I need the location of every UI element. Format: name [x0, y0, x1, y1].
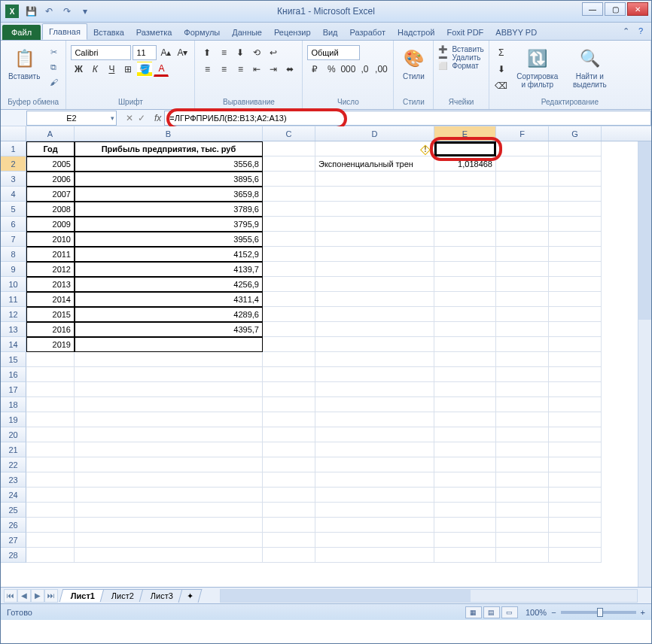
cell-B10[interactable]: 4256,9 — [75, 277, 263, 292]
cell-C15[interactable] — [263, 352, 315, 367]
scrollbar-thumb[interactable] — [638, 141, 651, 320]
cell-C13[interactable] — [263, 322, 315, 337]
cell-F13[interactable] — [496, 322, 549, 337]
merge-button[interactable]: ⬌ — [282, 62, 297, 77]
cell-B12[interactable]: 4289,6 — [75, 307, 263, 322]
tab-home[interactable]: Главная — [42, 23, 87, 40]
format-painter-button[interactable]: 🖌 — [46, 75, 61, 89]
align-bottom-button[interactable]: ⬇ — [233, 45, 248, 60]
cell-D4[interactable] — [315, 187, 434, 202]
wrap-text-button[interactable]: ↩ — [266, 45, 281, 60]
cell-A6[interactable]: 2009 — [26, 217, 75, 232]
cell-B23[interactable] — [75, 472, 263, 488]
cell-C12[interactable] — [263, 307, 315, 322]
view-page-break-button[interactable]: ▭ — [501, 606, 518, 618]
row-header[interactable]: 21 — [1, 442, 26, 457]
cell-F17[interactable] — [496, 382, 549, 397]
cell-C5[interactable] — [263, 202, 315, 217]
cell-D1[interactable] — [315, 141, 434, 156]
cell-D15[interactable] — [315, 352, 434, 367]
cell-E9[interactable] — [434, 262, 496, 277]
cell-D26[interactable] — [315, 518, 434, 533]
cell-G15[interactable] — [549, 352, 602, 367]
cell-C24[interactable] — [263, 488, 315, 503]
cell-E4[interactable] — [434, 187, 496, 202]
cell-A12[interactable]: 2015 — [26, 307, 75, 322]
cell-F26[interactable] — [496, 518, 549, 533]
align-center-button[interactable]: ≡ — [216, 62, 231, 77]
cell-B19[interactable] — [75, 412, 263, 427]
cell-C8[interactable] — [263, 247, 315, 262]
cell-G21[interactable] — [549, 442, 602, 457]
row-header[interactable]: 14 — [1, 337, 26, 352]
cell-E18[interactable] — [434, 397, 496, 412]
fx-icon[interactable]: fx — [151, 113, 164, 123]
col-header-B[interactable]: B — [75, 126, 263, 141]
cell-G14[interactable] — [549, 337, 602, 352]
cell-D5[interactable] — [315, 202, 434, 217]
cell-G9[interactable] — [549, 262, 602, 277]
cell-F14[interactable] — [496, 337, 549, 352]
qat-dropdown-icon[interactable]: ▾ — [78, 4, 93, 19]
cell-B28[interactable] — [75, 548, 263, 563]
cell-E11[interactable] — [434, 292, 496, 307]
cell-B9[interactable]: 4139,7 — [75, 262, 263, 277]
row-header[interactable]: 23 — [1, 472, 26, 488]
cell-C11[interactable] — [263, 292, 315, 307]
cell-A10[interactable]: 2013 — [26, 277, 75, 292]
cell-E17[interactable] — [434, 382, 496, 397]
cell-D10[interactable] — [315, 277, 434, 292]
zoom-out-button[interactable]: − — [551, 608, 556, 617]
cell-G24[interactable] — [549, 488, 602, 503]
file-tab[interactable]: Файл — [2, 25, 41, 40]
row-header[interactable]: 3 — [1, 172, 26, 187]
formula-input[interactable]: =ЛГРФПРИБЛ(B2:B13;A2:A13) — [164, 111, 651, 126]
cell-G18[interactable] — [549, 397, 602, 412]
cell-D13[interactable] — [315, 322, 434, 337]
cell-B11[interactable]: 4311,4 — [75, 292, 263, 307]
cell-G12[interactable] — [549, 307, 602, 322]
row-header[interactable]: 22 — [1, 457, 26, 472]
cell-D22[interactable] — [315, 457, 434, 472]
view-normal-button[interactable]: ▦ — [465, 606, 482, 618]
cell-C16[interactable] — [263, 367, 315, 382]
cell-B1[interactable]: Прибыль предприятия, тыс. руб — [75, 141, 263, 156]
cell-D14[interactable] — [315, 337, 434, 352]
cell-E19[interactable] — [434, 412, 496, 427]
cell-G26[interactable] — [549, 518, 602, 533]
vertical-scrollbar[interactable] — [638, 141, 651, 587]
minimize-button[interactable]: — — [582, 2, 603, 16]
cell-E3[interactable] — [434, 172, 496, 187]
align-right-button[interactable]: ≡ — [233, 62, 248, 77]
cell-E26[interactable] — [434, 518, 496, 533]
cell-A28[interactable] — [26, 548, 75, 563]
tab-data[interactable]: Данные — [226, 25, 268, 40]
cell-G23[interactable] — [549, 472, 602, 488]
cell-E8[interactable] — [434, 247, 496, 262]
cell-F2[interactable] — [496, 156, 549, 172]
cell-F22[interactable] — [496, 457, 549, 472]
cell-G6[interactable] — [549, 217, 602, 232]
cell-E27[interactable] — [434, 533, 496, 548]
name-box-dropdown-icon[interactable]: ▾ — [111, 114, 114, 122]
cell-F9[interactable] — [496, 262, 549, 277]
tab-developer[interactable]: Разработ — [344, 25, 392, 40]
tab-nav-first-icon[interactable]: ⏮ — [4, 589, 17, 603]
comma-button[interactable]: 000 — [340, 62, 355, 77]
cell-D9[interactable] — [315, 262, 434, 277]
zoom-thumb[interactable] — [597, 608, 603, 617]
cell-G8[interactable] — [549, 247, 602, 262]
cell-C22[interactable] — [263, 457, 315, 472]
cut-button[interactable]: ✂ — [46, 45, 61, 59]
cell-G4[interactable] — [549, 187, 602, 202]
number-format-select[interactable]: Общий — [307, 45, 360, 60]
cell-D23[interactable] — [315, 472, 434, 488]
cell-E24[interactable] — [434, 488, 496, 503]
row-header[interactable]: 20 — [1, 427, 26, 442]
cell-E14[interactable] — [434, 337, 496, 352]
cell-C25[interactable] — [263, 503, 315, 518]
cell-A19[interactable] — [26, 412, 75, 427]
cell-E16[interactable] — [434, 367, 496, 382]
styles-button[interactable]: 🎨 Стили — [398, 45, 428, 82]
cell-A1[interactable]: Год — [26, 141, 75, 156]
